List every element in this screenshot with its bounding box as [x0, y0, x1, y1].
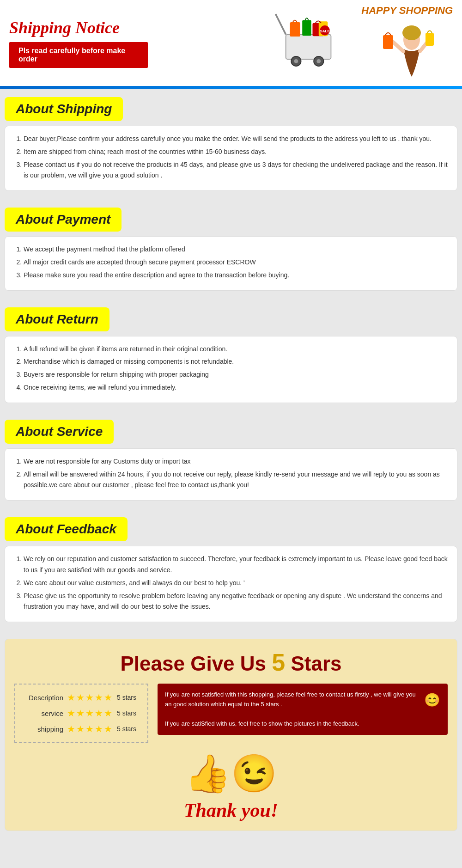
thank-you-text: Thank you! [14, 799, 448, 821]
section-title-payment: About Payment [5, 208, 122, 232]
header-right-text: HAPPY SHOPPING [361, 5, 453, 81]
section-title-row-payment: About Payment [5, 208, 457, 232]
section-content-payment: We accept the payment method that the pl… [5, 236, 457, 290]
star-label: shipping [26, 725, 63, 733]
section-title-return: About Return [5, 307, 109, 331]
list-item: Dear buyer,Please confirm your address c… [24, 134, 448, 145]
svg-rect-2 [303, 20, 312, 36]
list-item: Please contact us if you do not receive … [24, 159, 448, 182]
list-item: We accept the payment method that the pl… [24, 244, 448, 255]
thumbs-up-icon: 👍😉 [14, 752, 448, 795]
list-item: Please make sure you read the entire des… [24, 270, 448, 281]
list-item: We are not responsible for any Customs d… [24, 456, 448, 467]
section-title-row-shipping: About Shipping [5, 97, 457, 121]
svg-line-13 [393, 42, 403, 51]
section-content-shipping: Dear buyer,Please confirm your address c… [5, 126, 457, 191]
header-banner: Pls read carefully before make order [9, 42, 148, 68]
section-content-service: We are not responsible for any Customs d… [5, 448, 457, 501]
list-item: All major credit cards are accepted thro… [24, 257, 448, 268]
section-shipping: About ShippingDear buyer,Please confirm … [0, 89, 462, 199]
sections-container: About ShippingDear buyer,Please confirm … [0, 89, 462, 630]
list-item: Item are shipped from china; reach most … [24, 147, 448, 158]
list-item: Once receiving items, we will refund you… [24, 382, 448, 393]
happy-shopping-label: HAPPY SHOPPING [361, 5, 453, 17]
list-item: We care about our value customers, and w… [24, 578, 448, 589]
section-title-feedback: About Feedback [5, 517, 128, 541]
thank-you-section: 👍😉 Thank you! [14, 752, 448, 821]
section-return: About ReturnA full refund will be given … [0, 299, 462, 411]
svg-point-9 [294, 59, 298, 63]
star-row: shipping★★★★★5 stars [26, 723, 136, 734]
section-payment: About PaymentWe accept the payment metho… [0, 199, 462, 299]
svg-point-10 [317, 59, 321, 63]
svg-rect-0 [286, 35, 331, 59]
title-start: Please Give Us [121, 652, 272, 675]
list-item: Merchandise which is damaged or missing … [24, 356, 448, 367]
title-number: 5 [272, 649, 285, 676]
star-count: 5 stars [117, 725, 136, 733]
section-content-feedback: We rely on our reputation and customer s… [5, 546, 457, 622]
star-label: Description [26, 694, 63, 702]
star-count: 5 stars [117, 709, 136, 717]
star-row: service★★★★★5 stars [26, 708, 136, 719]
star-icons: ★★★★★ [67, 692, 113, 703]
right-text-2: If you are satiSfied with us, feel free … [165, 719, 440, 729]
list-item: Please give us the opportunity to resolv… [24, 591, 448, 613]
section-title-row-return: About Return [5, 307, 457, 331]
woman-illustration [379, 17, 435, 81]
list-item: A full refund will be given if items are… [24, 344, 448, 355]
svg-rect-15 [383, 35, 393, 49]
five-stars-title: Please Give Us 5 Stars [14, 648, 448, 676]
section-title-row-service: About Service [5, 420, 457, 444]
list-item: All email will be answered within 24 hou… [24, 469, 448, 491]
right-text-1: If you are not satisfied with this shopp… [165, 690, 440, 709]
page-title: Shipping Notice [9, 18, 148, 37]
title-end: Stars [285, 652, 341, 675]
header-right: SALE HAPPY SHOPPING [274, 5, 453, 81]
stars-right-box: 😊 If you are not satisfied with this sho… [158, 684, 448, 735]
svg-rect-1 [290, 22, 300, 37]
cart-illustration: SALE [274, 8, 357, 78]
section-content-return: A full refund will be given if items are… [5, 336, 457, 403]
star-icons: ★★★★★ [67, 723, 113, 734]
smiley-icon: 😊 [424, 690, 440, 711]
section-feedback: About FeedbackWe rely on our reputation … [0, 509, 462, 630]
stars-left-box: Description★★★★★5 starsservice★★★★★5 sta… [14, 684, 148, 743]
header-left: Shipping Notice Pls read carefully befor… [9, 18, 148, 68]
star-icons: ★★★★★ [67, 708, 113, 719]
svg-rect-16 [426, 33, 434, 46]
section-title-row-feedback: About Feedback [5, 517, 457, 541]
footer-section: Please Give Us 5 Stars Description★★★★★5… [5, 639, 457, 831]
star-row: Description★★★★★5 stars [26, 692, 136, 703]
svg-text:SALE: SALE [320, 29, 330, 33]
star-count: 5 stars [117, 694, 136, 701]
page-header: Shipping Notice Pls read carefully befor… [0, 0, 462, 86]
section-service: About ServiceWe are not responsible for … [0, 411, 462, 509]
list-item: We rely on our reputation and customer s… [24, 554, 448, 576]
section-title-shipping: About Shipping [5, 97, 123, 121]
stars-grid: Description★★★★★5 starsservice★★★★★5 sta… [14, 684, 448, 743]
list-item: Buyers are responsible for return shippi… [24, 369, 448, 380]
star-label: service [26, 709, 63, 717]
section-title-service: About Service [5, 420, 114, 444]
svg-point-12 [402, 25, 421, 40]
